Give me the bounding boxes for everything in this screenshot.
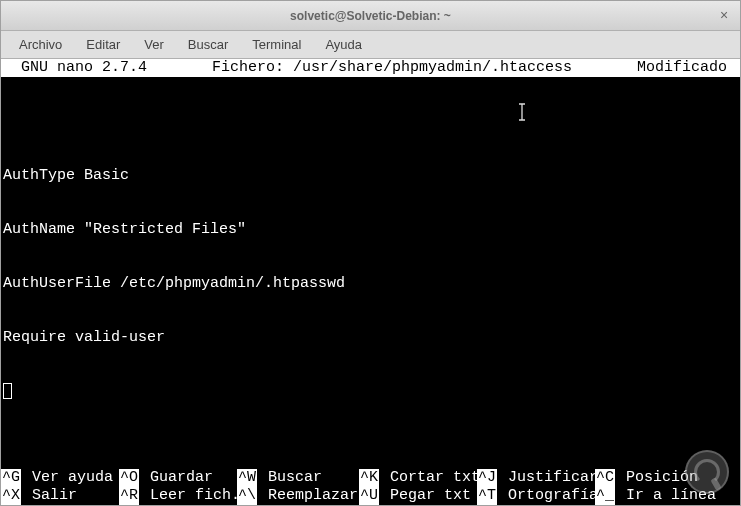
shortcut-key: ^_ [595, 487, 615, 505]
shortcut-key: ^K [359, 469, 379, 487]
shortcut-key: ^\ [237, 487, 257, 505]
shortcut-row-1: ^G Ver ayuda ^O Guardar ^W Buscar ^K Cor… [1, 469, 740, 487]
menu-terminal[interactable]: Terminal [240, 33, 313, 56]
nano-header: GNU nano 2.7.4 Fichero: /usr/share/phpmy… [1, 59, 740, 77]
nano-app-name: GNU nano 2.7.4 [1, 59, 147, 77]
nano-status: Modificado [637, 59, 740, 77]
menu-editar[interactable]: Editar [74, 33, 132, 56]
shortcut-key: ^T [477, 487, 497, 505]
menu-ayuda[interactable]: Ayuda [313, 33, 374, 56]
content-line: AuthUserFile /etc/phpmyadmin/.htpasswd [3, 275, 738, 293]
terminal-area[interactable]: GNU nano 2.7.4 Fichero: /usr/share/phpmy… [1, 59, 740, 505]
shortcut-label: Leer fich. [139, 487, 240, 505]
shortcut-label: Ver ayuda [21, 469, 122, 487]
shortcut-key: ^X [1, 487, 21, 505]
shortcut-cell: ^X Salir [1, 487, 119, 505]
shortcut-key: ^J [477, 469, 497, 487]
close-icon[interactable]: × [716, 8, 732, 24]
shortcut-cell: ^C Posición [595, 469, 713, 487]
shortcut-label: Ir a línea [615, 487, 716, 505]
shortcut-cell: ^W Buscar [237, 469, 359, 487]
shortcut-key: ^U [359, 487, 379, 505]
titlebar[interactable]: solvetic@Solvetic-Debian: ~ × [1, 1, 740, 31]
menu-archivo[interactable]: Archivo [7, 33, 74, 56]
shortcut-label: Pegar txt [379, 487, 480, 505]
shortcut-cell: ^_ Ir a línea [595, 487, 713, 505]
shortcut-label: Justificar [497, 469, 598, 487]
menubar: Archivo Editar Ver Buscar Terminal Ayuda [1, 31, 740, 59]
shortcut-label: Cortar txt [379, 469, 480, 487]
menu-buscar[interactable]: Buscar [176, 33, 240, 56]
shortcut-label: Posición [615, 469, 698, 487]
shortcut-row-2: ^X Salir ^R Leer fich.^\ Reemplazar^U Pe… [1, 487, 740, 505]
shortcut-label: Buscar [257, 469, 358, 487]
shortcut-key: ^G [1, 469, 21, 487]
shortcut-label: Salir [21, 487, 122, 505]
shortcut-label: Guardar [139, 469, 240, 487]
shortcut-cell: ^T Ortografía [477, 487, 595, 505]
shortcut-key: ^O [119, 469, 139, 487]
cursor-line [3, 383, 738, 401]
blank-line [3, 113, 738, 131]
nano-shortcuts: ^G Ver ayuda ^O Guardar ^W Buscar ^K Cor… [1, 469, 740, 505]
nano-file-label: Fichero: /usr/share/phpmyadmin/.htaccess [147, 59, 637, 77]
shortcut-label: Reemplazar [257, 487, 358, 505]
shortcut-cell: ^R Leer fich. [119, 487, 237, 505]
shortcut-label: Ortografía [497, 487, 598, 505]
shortcut-cell: ^U Pegar txt [359, 487, 477, 505]
shortcut-cell: ^O Guardar [119, 469, 237, 487]
content-line: AuthType Basic [3, 167, 738, 185]
shortcut-cell: ^\ Reemplazar [237, 487, 359, 505]
shortcut-key: ^W [237, 469, 257, 487]
shortcut-cell: ^G Ver ayuda [1, 469, 119, 487]
terminal-window: solvetic@Solvetic-Debian: ~ × Archivo Ed… [0, 0, 741, 506]
editor-cursor-icon [3, 383, 12, 399]
shortcut-key: ^R [119, 487, 139, 505]
window-title: solvetic@Solvetic-Debian: ~ [290, 9, 451, 23]
shortcut-key: ^C [595, 469, 615, 487]
nano-editor-body[interactable]: AuthType Basic AuthName "Restricted File… [1, 77, 740, 437]
content-line: Require valid-user [3, 329, 738, 347]
content-line: AuthName "Restricted Files" [3, 221, 738, 239]
shortcut-cell: ^J Justificar [477, 469, 595, 487]
shortcut-cell: ^K Cortar txt [359, 469, 477, 487]
menu-ver[interactable]: Ver [132, 33, 176, 56]
